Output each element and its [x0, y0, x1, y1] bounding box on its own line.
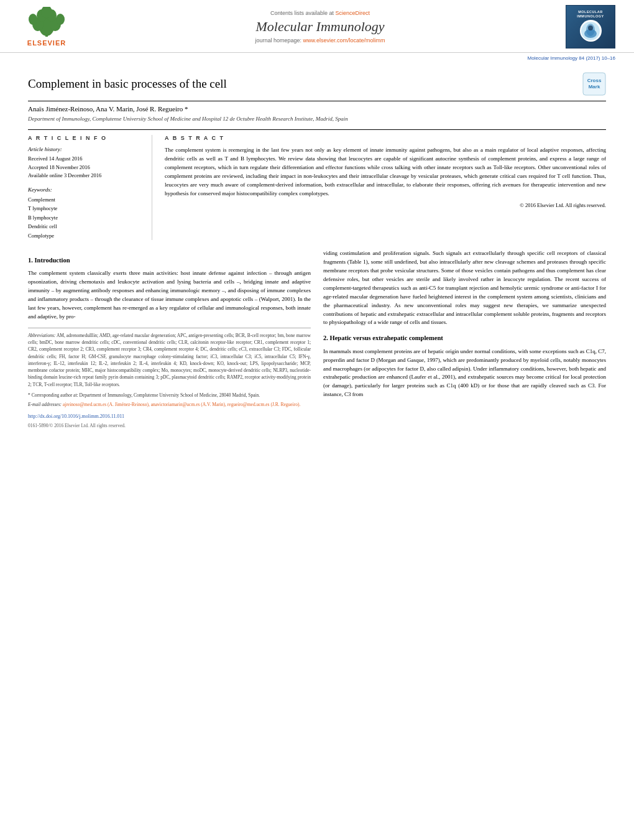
svg-text:Mark: Mark: [589, 84, 600, 90]
email-label: E-mail addresses:: [28, 402, 62, 407]
keyword-dendritic-cell: Dendritic cell: [28, 222, 142, 231]
journal-name: Molecular Immunology: [87, 19, 553, 35]
info-abstract-section: A R T I C L E I N F O Article history: R…: [28, 129, 606, 240]
email-addresses: ajreinoso@med.ucm.es (A. Jiménez-Reinoso…: [63, 402, 300, 407]
keyword-complotype: Complotype: [28, 231, 142, 240]
elsevier-brand-text: ELSEVIER: [27, 39, 66, 47]
elsevier-logo: ELSEVIER: [19, 7, 75, 47]
doi-line: Molecular Immunology 84 (2017) 10–16: [0, 53, 634, 62]
homepage-url[interactable]: www.elsevier.com/locate/molimm: [303, 37, 385, 44]
abstract-text: The complement system is reemerging in t…: [165, 146, 606, 198]
svg-text:Cross: Cross: [587, 78, 602, 83]
authors: Anaïs Jiménez-Reinoso, Ana V. Marin, Jos…: [28, 105, 606, 113]
intro-paragraph-2: viding costimulation and proliferation s…: [323, 249, 606, 327]
email-line: E-mail addresses: ajreinoso@med.ucm.es (…: [28, 401, 311, 408]
svg-point-4: [29, 14, 37, 25]
keywords-label: Keywords:: [28, 187, 142, 193]
sciencedirect-link[interactable]: ScienceDirect: [336, 10, 370, 16]
title-row: Complement in basic processes of the cel…: [28, 71, 606, 97]
body-columns: 1. Introduction The complement system cl…: [28, 249, 606, 430]
logo-circle-image: [580, 20, 602, 42]
journal-center: Contents lists available at ScienceDirec…: [75, 10, 566, 44]
affiliation: Department of Immunology, Complutense Un…: [28, 116, 606, 122]
section1-heading: 1. Introduction: [28, 256, 311, 265]
section2-heading: 2. Hepatic versus extrahepatic complemen…: [323, 333, 606, 343]
body-col-left: 1. Introduction The complement system cl…: [28, 249, 311, 430]
hepatic-paragraph-1: In mammals most complement proteins are …: [323, 348, 606, 400]
abbreviations: Abbreviations: AM, adrenomedulllin; AMD,…: [28, 332, 311, 388]
keyword-t-lymphocyte: T lymphocyte: [28, 204, 142, 213]
article-title: Complement in basic processes of the cel…: [28, 77, 573, 91]
keyword-complement: Complement: [28, 195, 142, 204]
intro-paragraph-1: The complement system classically exerts…: [28, 269, 311, 321]
journal-homepage: journal homepage: www.elsevier.com/locat…: [87, 37, 553, 44]
sciencedirect-label: Contents lists available at ScienceDirec…: [87, 10, 553, 16]
journal-logo-box: MOLECULAR IMMUNOLOGY: [566, 5, 615, 48]
article-history: Article history: Received 14 August 2016…: [28, 146, 142, 180]
journal-header: ELSEVIER Contents lists available at Sci…: [0, 0, 634, 53]
doi-link[interactable]: http://dx.doi.org/10.1016/j.molimm.2016.…: [28, 413, 311, 420]
crossmark-badge: Cross Mark: [582, 72, 606, 97]
abstract-copyright: © 2016 Elsevier Ltd. All rights reserved…: [165, 202, 606, 208]
logo-title-top: MOLECULAR IMMUNOLOGY: [577, 10, 604, 18]
abbr-label: Abbreviations:: [28, 333, 55, 338]
available-date: Available online 3 December 2016: [28, 172, 142, 180]
issn-copyright: 0161-5890/© 2016 Elsevier Ltd. All right…: [28, 422, 311, 429]
article-info: A R T I C L E I N F O Article history: R…: [28, 135, 152, 240]
accepted-date: Accepted 18 November 2016: [28, 164, 142, 172]
corresponding-author: * Corresponding author at: Department of…: [28, 392, 311, 399]
abbr-text: AM, adrenomedulllin; AMD, age-related ma…: [28, 333, 311, 387]
article-content: Complement in basic processes of the cel…: [0, 62, 634, 442]
svg-point-12: [588, 25, 593, 30]
page: ELSEVIER Contents lists available at Sci…: [0, 0, 634, 840]
keyword-b-lymphocyte: B lymphocyte: [28, 213, 142, 222]
abstract-heading: A B S T R A C T: [165, 135, 606, 141]
keywords-section: Keywords: Complement T lymphocyte B lymp…: [28, 187, 142, 240]
body-col-right: viding costimulation and proliferation s…: [323, 249, 606, 430]
elsevier-tree-icon: [27, 7, 67, 39]
abstract-section: A B S T R A C T The complement system is…: [165, 135, 606, 240]
article-info-heading: A R T I C L E I N F O: [28, 135, 142, 141]
received-date: Received 14 August 2016: [28, 155, 142, 164]
history-label: Article history:: [28, 146, 142, 152]
svg-point-5: [56, 14, 65, 25]
footnotes: Abbreviations: AM, adrenomedulllin; AMD,…: [28, 328, 311, 430]
